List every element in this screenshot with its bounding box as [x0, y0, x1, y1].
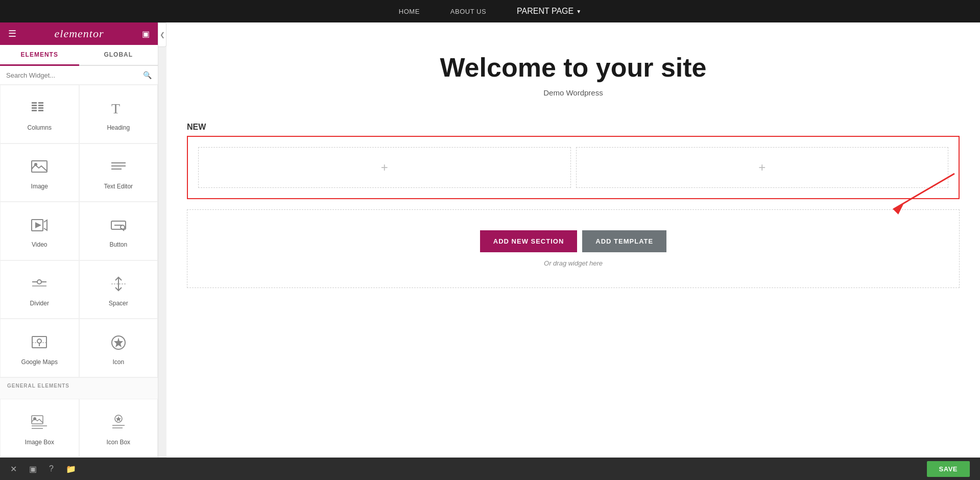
google-maps-icon — [30, 333, 49, 354]
heading-icon: T — [109, 99, 128, 120]
close-icon[interactable]: ✕ — [10, 464, 17, 474]
widget-columns[interactable]: Columns — [0, 85, 79, 143]
svg-rect-2 — [32, 107, 37, 109]
widget-button-label: Button — [109, 241, 127, 248]
widget-spacer-label: Spacer — [109, 300, 128, 307]
widget-icon-label: Icon — [112, 358, 124, 366]
search-icon: 🔍 — [143, 71, 152, 79]
widget-google-maps-label: Google Maps — [21, 358, 58, 366]
search-input[interactable] — [6, 71, 143, 79]
hamburger-menu-icon[interactable]: ☰ — [8, 28, 16, 39]
chevron-down-icon: ▼ — [576, 9, 581, 14]
nav-home[interactable]: HOME — [399, 8, 420, 15]
elementor-logo: elementor — [55, 27, 104, 40]
add-template-button[interactable]: ADD TEMPLATE — [582, 230, 666, 252]
nav-about[interactable]: ABOUT US — [450, 8, 486, 15]
widget-image-label: Image — [31, 183, 48, 190]
sidebar-header: ☰ elementor ▣ — [0, 22, 158, 45]
desktop-icon[interactable]: ▣ — [29, 464, 37, 474]
plus-icon-left: + — [381, 160, 388, 175]
widget-icon-box[interactable]: Icon Box — [79, 399, 158, 458]
svg-rect-1 — [32, 105, 37, 106]
site-header-area: Welcome to your site Demo Wordpress — [166, 22, 980, 117]
widget-divider[interactable]: Divider — [0, 260, 79, 319]
save-button[interactable]: SAVE — [927, 461, 970, 477]
widget-button[interactable]: Button — [79, 202, 158, 260]
svg-marker-37 — [116, 416, 121, 421]
svg-rect-5 — [38, 105, 43, 106]
svg-text:T: T — [111, 101, 120, 116]
widget-spacer[interactable]: Spacer — [79, 260, 158, 319]
button-icon — [109, 216, 128, 237]
icon-widget-icon — [109, 333, 128, 354]
two-col-container: + + — [198, 147, 948, 188]
add-section-area: ADD NEW SECTION ADD TEMPLATE Or drag wid… — [187, 209, 960, 288]
sidebar-tabs: ELEMENTS GLOBAL — [0, 45, 158, 66]
widget-heading[interactable]: T Heading — [79, 85, 158, 143]
image-icon — [30, 158, 49, 179]
tab-elements[interactable]: ELEMENTS — [0, 45, 79, 66]
general-elements-section-label: GENERAL ELEMENTS — [0, 377, 158, 399]
plus-icon-right: + — [758, 160, 766, 175]
widget-icon[interactable]: Icon — [79, 319, 158, 377]
columns-icon — [30, 99, 49, 120]
grid-icon[interactable]: ▣ — [142, 29, 150, 39]
widget-google-maps[interactable]: Google Maps — [0, 319, 79, 377]
widget-video[interactable]: Video — [0, 202, 79, 260]
widget-image[interactable]: Image — [0, 143, 79, 202]
svg-point-21 — [37, 280, 41, 284]
site-title: Welcome to your site — [177, 53, 970, 82]
sidebar: ☰ elementor ▣ ELEMENTS GLOBAL 🔍 — [0, 22, 158, 458]
svg-rect-7 — [38, 110, 43, 111]
drag-hint: Or drag widget here — [544, 259, 603, 267]
svg-marker-15 — [35, 222, 41, 228]
canvas-inner: Welcome to your site Demo Wordpress NEW … — [166, 22, 980, 458]
folder-icon[interactable]: 📁 — [66, 464, 76, 474]
svg-marker-31 — [114, 338, 123, 347]
widget-text-editor[interactable]: Text Editor — [79, 143, 158, 202]
new-section-label: NEW — [166, 117, 980, 136]
section-red-border[interactable]: + + — [187, 136, 960, 199]
col-drop-zone-left[interactable]: + — [198, 147, 571, 188]
divider-icon — [30, 275, 49, 296]
widget-image-box[interactable]: Image Box — [0, 399, 79, 458]
add-new-section-button[interactable]: ADD NEW SECTION — [480, 230, 578, 252]
widget-icon-box-label: Icon Box — [106, 439, 130, 446]
search-bar: 🔍 — [0, 66, 158, 85]
image-box-icon — [30, 414, 49, 435]
add-buttons-row: ADD NEW SECTION ADD TEMPLATE — [480, 230, 666, 252]
nav-parent-page[interactable]: PARENT PAGE ▼ — [517, 7, 581, 16]
spacer-icon — [109, 275, 128, 296]
canvas-area: Welcome to your site Demo Wordpress NEW … — [166, 22, 980, 458]
widget-image-box-label: Image Box — [25, 439, 54, 446]
video-icon — [30, 216, 49, 237]
widget-video-label: Video — [32, 241, 47, 248]
sidebar-collapse-handle[interactable]: ❮ — [158, 22, 166, 47]
svg-rect-6 — [38, 107, 43, 109]
top-navigation: HOME ABOUT US PARENT PAGE ▼ — [0, 0, 980, 22]
bottom-toolbar: ✕ ▣ ? 📁 SAVE — [0, 458, 980, 480]
svg-rect-4 — [38, 102, 43, 104]
widgets-grid: Columns T Heading — [0, 85, 158, 458]
site-subtitle: Demo Wordpress — [177, 88, 970, 97]
svg-rect-3 — [32, 110, 37, 111]
icon-box-icon — [109, 414, 128, 435]
widget-text-editor-label: Text Editor — [104, 183, 133, 190]
widget-heading-label: Heading — [107, 124, 130, 131]
help-icon[interactable]: ? — [49, 464, 54, 473]
widget-columns-label: Columns — [28, 124, 52, 131]
svg-rect-0 — [32, 102, 37, 104]
app-container: ☰ elementor ▣ ELEMENTS GLOBAL 🔍 — [0, 22, 980, 458]
text-editor-icon — [109, 158, 128, 179]
tab-global[interactable]: GLOBAL — [79, 45, 158, 65]
bottom-toolbar-left: ✕ ▣ ? 📁 — [10, 464, 76, 474]
widget-divider-label: Divider — [30, 300, 49, 307]
col-drop-zone-right[interactable]: + — [576, 147, 949, 188]
